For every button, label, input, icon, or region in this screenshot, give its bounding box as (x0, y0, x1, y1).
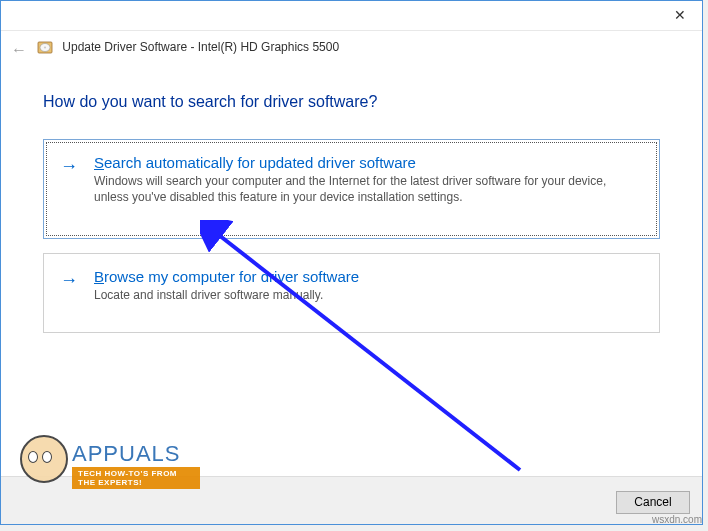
watermark: wsxdn.com (652, 514, 702, 525)
driver-disc-icon (37, 39, 53, 55)
option-title: Search automatically for updated driver … (94, 154, 641, 171)
option-description: Locate and install driver software manua… (94, 287, 641, 303)
arrow-right-icon: → (60, 156, 78, 177)
option-search-automatically[interactable]: → Search automatically for updated drive… (43, 139, 660, 239)
close-button[interactable]: ✕ (657, 1, 702, 29)
arrow-right-icon: → (60, 270, 78, 291)
svg-point-2 (44, 46, 46, 48)
option-description: Windows will search your computer and th… (94, 173, 641, 205)
dialog-content: How do you want to search for driver sof… (1, 69, 702, 357)
option-browse-computer[interactable]: → Browse my computer for driver software… (43, 253, 660, 333)
brand-tagline: TECH HOW-TO'S FROM THE EXPERTS! (72, 467, 200, 489)
main-heading: How do you want to search for driver sof… (43, 93, 660, 111)
dialog-title: Update Driver Software - Intel(R) HD Gra… (62, 40, 339, 54)
close-icon: ✕ (674, 7, 686, 23)
cancel-button[interactable]: Cancel (616, 491, 690, 514)
appuals-logo: APPUALS TECH HOW-TO'S FROM THE EXPERTS! (0, 429, 200, 509)
back-arrow-icon[interactable]: ← (11, 41, 27, 59)
titlebar: ✕ (1, 1, 702, 31)
dialog-header: ← Update Driver Software - Intel(R) HD G… (1, 31, 702, 69)
option-title: Browse my computer for driver software (94, 268, 641, 285)
brand-name: APPUALS (72, 441, 200, 467)
